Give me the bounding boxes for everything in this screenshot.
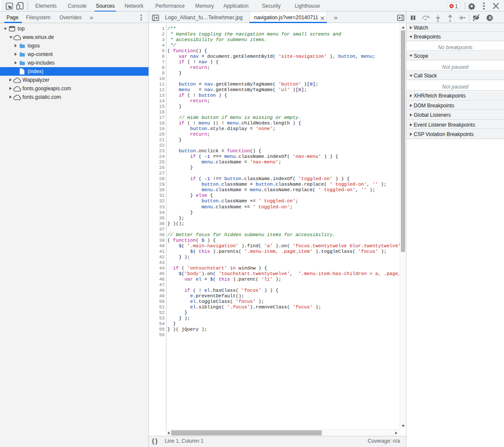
svg-text:1: 1 [455,3,458,9]
